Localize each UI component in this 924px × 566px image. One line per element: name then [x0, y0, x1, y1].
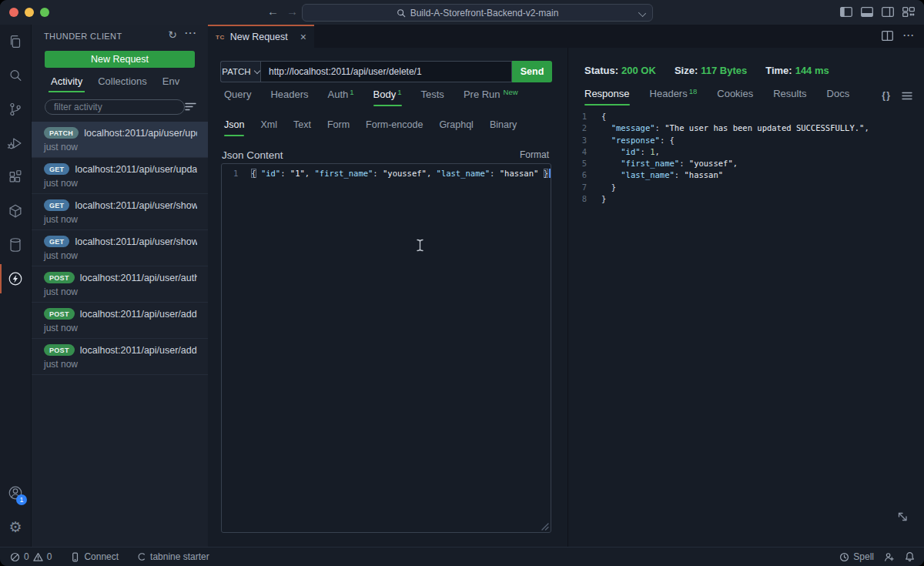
tab-xml[interactable]: Xml	[260, 119, 277, 136]
tab-auth[interactable]: Auth1	[328, 89, 354, 106]
close-tab-icon[interactable]: ×	[300, 31, 306, 43]
tab-graphql[interactable]: Graphql	[439, 119, 473, 136]
resize-grip-icon[interactable]	[541, 522, 549, 531]
bell-icon[interactable]	[905, 551, 915, 562]
tab-form-encode[interactable]: Form-encode	[366, 119, 423, 136]
sidebar-item-run-debug[interactable]	[0, 126, 31, 160]
activity-item[interactable]: POSTlocalhost:2011/api/user/addjust now	[32, 339, 208, 375]
request-time: just now	[44, 142, 197, 152]
tab-response[interactable]: Response	[584, 88, 630, 105]
more-actions-icon[interactable]: ···	[185, 27, 197, 39]
command-center[interactable]: Build-A-Storefront-Backend-v2-main	[302, 4, 653, 22]
tab-form[interactable]: Form	[327, 119, 350, 136]
database-icon	[7, 236, 24, 253]
thunder-client-tab-icon: TC	[216, 34, 225, 41]
tab-text[interactable]: Text	[293, 119, 311, 136]
activity-item[interactable]: PATCHlocalhost:2011/api/user/updat...jus…	[32, 122, 208, 158]
tab-env[interactable]: Env	[162, 75, 179, 92]
tab-results[interactable]: Results	[773, 88, 806, 105]
activity-item[interactable]: GETlocalhost:2011/api/user/update/1just …	[32, 158, 208, 194]
refresh-icon[interactable]: ↻	[168, 28, 177, 41]
sidebar-item-extensions[interactable]	[0, 160, 31, 194]
sort-filter-icon[interactable]	[185, 102, 196, 112]
sidebar-item-search[interactable]	[0, 59, 31, 92]
tab-body[interactable]: Body1	[373, 89, 402, 106]
sidebar-item-settings[interactable]: ⚙	[0, 510, 31, 544]
sidebar-item-explorer[interactable]	[0, 25, 31, 59]
zoom-window-button[interactable]	[40, 8, 49, 17]
activity-list: PATCHlocalhost:2011/api/user/updat...jus…	[32, 122, 208, 375]
run-debug-icon	[7, 135, 24, 152]
editor-caret	[549, 169, 551, 178]
format-braces-icon[interactable]: { }	[882, 90, 889, 101]
tab-pre-run[interactable]: Pre RunNew	[464, 89, 518, 106]
request-url: localhost:2011/api/user/update/1	[75, 164, 197, 175]
menu-icon[interactable]	[902, 92, 912, 100]
response-status-row: Status:200 OK Size:117 Bytes Time:144 ms	[584, 65, 829, 76]
method-select[interactable]: PATCH	[220, 61, 260, 82]
response-code-line: 4 "id": 1,	[568, 146, 924, 158]
split-editor-icon[interactable]	[882, 31, 893, 41]
tab-count-badge: 1	[397, 88, 401, 96]
send-button[interactable]: Send	[512, 61, 552, 82]
tab-activity[interactable]: Activity	[51, 75, 82, 92]
format-button[interactable]: Format	[520, 149, 549, 160]
size-label: Size:	[675, 65, 698, 76]
tabnine-item[interactable]: tabnine starter	[137, 551, 209, 562]
response-code-line: 3 "response": {	[568, 135, 924, 146]
tab-docs[interactable]: Docs	[827, 88, 850, 105]
spell-label: Spell	[853, 551, 874, 562]
sidebar-item-source-control[interactable]	[0, 92, 31, 126]
spell-checker-item[interactable]: Spell	[839, 551, 874, 562]
request-url: localhost:2011/api/user/add	[80, 345, 197, 356]
tab-headers[interactable]: Headers18	[650, 88, 698, 105]
editor-more-actions-icon[interactable]: ···	[903, 31, 915, 41]
filter-activity-input[interactable]	[45, 99, 185, 115]
connect-item[interactable]: Connect	[70, 551, 119, 562]
explorer-icon	[7, 33, 24, 50]
tab-title: New Request	[230, 32, 295, 42]
request-url: localhost:2011/api/user/add	[80, 309, 197, 320]
activity-item[interactable]: POSTlocalhost:2011/api/user/addjust now	[32, 303, 208, 339]
forward-icon[interactable]: →	[286, 5, 298, 18]
url-input[interactable]	[260, 61, 512, 82]
sidebar-item-package[interactable]	[0, 194, 31, 228]
json-body-editor[interactable]: 1 { "id": "1", "first_name": "youssef", …	[221, 163, 551, 533]
sidebar-item-accounts[interactable]: 1	[0, 476, 31, 510]
tab-count-badge: 1	[350, 88, 353, 96]
minimize-window-button[interactable]	[25, 8, 34, 17]
sidebar-item-thunder-client[interactable]	[0, 262, 31, 296]
gear-icon: ⚙	[8, 520, 22, 534]
thunder-client-sidebar: THUNDER CLIENT ↻ ··· New Request Activit…	[32, 25, 208, 547]
tab-binary[interactable]: Binary	[490, 119, 517, 136]
request-url: localhost:2011/api/user/auth	[80, 273, 197, 283]
tab-headers[interactable]: Headers	[270, 89, 308, 106]
line-number: 1	[228, 168, 238, 179]
back-icon[interactable]: ←	[267, 5, 279, 18]
tab-collections[interactable]: Collections	[98, 75, 147, 92]
tab-new-request[interactable]: TC New Request ×	[208, 25, 314, 48]
response-code-line: 8}	[568, 193, 924, 205]
close-window-button[interactable]	[9, 8, 18, 17]
activity-item[interactable]: POSTlocalhost:2011/api/user/authjust now	[32, 266, 208, 303]
activity-item[interactable]: GETlocalhost:2011/api/user/show-u...just…	[32, 194, 208, 230]
feedback-icon[interactable]	[884, 552, 895, 562]
toggle-panel-icon[interactable]	[861, 7, 873, 17]
new-request-button[interactable]: New Request	[45, 51, 195, 68]
tab-query[interactable]: Query	[224, 89, 251, 106]
sidebar-item-database[interactable]	[0, 228, 31, 262]
request-url: localhost:2011/api/user/updat...	[84, 128, 197, 139]
tab-json[interactable]: Json	[224, 119, 244, 136]
toggle-sidebar-icon[interactable]	[840, 7, 852, 17]
text-cursor	[416, 239, 424, 252]
body-code-line: { "id": "1", "first_name": "youssef", "l…	[251, 168, 551, 179]
status-bar: 0 0 Connect tabnine starter Spell	[0, 547, 924, 566]
toggle-secondary-sidebar-icon[interactable]	[882, 7, 894, 17]
activity-item[interactable]: GETlocalhost:2011/api/user/show-al...jus…	[32, 230, 208, 266]
customize-layout-icon[interactable]	[902, 7, 915, 17]
json-content-label: Json Content	[222, 149, 283, 161]
tab-tests[interactable]: Tests	[421, 89, 444, 106]
expand-response-icon[interactable]	[894, 508, 911, 525]
problems-indicator[interactable]: 0 0	[10, 551, 52, 562]
tab-cookies[interactable]: Cookies	[717, 88, 753, 105]
